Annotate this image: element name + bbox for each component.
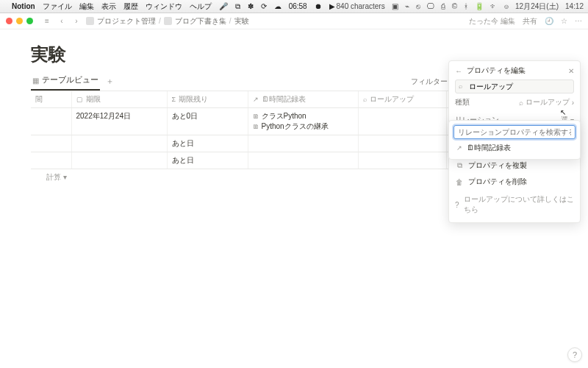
breadcrumb-2[interactable]: ブログ下書き集 xyxy=(175,16,226,26)
menu-edit[interactable]: 編集 xyxy=(79,1,94,12)
relation-chip-label: クラスPython xyxy=(262,111,306,121)
menu-view[interactable]: 表示 xyxy=(101,1,116,12)
cell-remaining[interactable]: あと日 xyxy=(167,152,248,169)
chevron-right-icon: › xyxy=(572,99,574,107)
rollup-icon: ⌕ xyxy=(459,82,462,90)
close-icon[interactable]: ✕ xyxy=(568,67,574,75)
menu-history[interactable]: 履歴 xyxy=(123,1,138,12)
breadcrumb-sep: / xyxy=(159,17,161,25)
relation-icon: ↗ xyxy=(456,144,462,152)
type-value: ロールアップ xyxy=(526,97,570,107)
tray-icon-2[interactable]: ⌁ xyxy=(405,2,409,10)
col-header-date[interactable]: ▢期限 xyxy=(71,91,167,108)
learn-more-link[interactable]: ?ロールアップについて詳しくはこちら xyxy=(455,190,574,216)
window-toolbar: ≡ ‹ › プロジェクト管理 / ブログ下書き集 / 実験 たった今 編集 共有… xyxy=(0,13,588,29)
tray-icon-4[interactable]: 🖵 xyxy=(427,2,434,10)
favorite-icon[interactable]: ☆ xyxy=(561,17,567,25)
tray-icon-5[interactable]: ⎙ xyxy=(441,2,445,10)
add-view-icon[interactable]: ＋ xyxy=(106,77,114,87)
delete-property-button[interactable]: 🗑プロパティを削除 xyxy=(455,174,574,190)
menu-window[interactable]: ウィンドウ xyxy=(146,1,182,12)
action-label: プロパティを複製 xyxy=(468,160,527,171)
breadcrumb: プロジェクト管理 / ブログ下書き集 / 実験 xyxy=(86,16,249,26)
dropbox-icon[interactable]: ⧉ xyxy=(235,2,240,11)
menu-help[interactable]: ヘルプ xyxy=(190,1,212,12)
tray-icon-3[interactable]: ⎋ xyxy=(416,2,420,10)
bluetooth-icon[interactable]: ᚼ xyxy=(464,2,468,10)
updates-icon[interactable]: 🕘 xyxy=(545,17,553,25)
tray-icon-1[interactable]: ▣ xyxy=(392,2,398,10)
relation-search-input[interactable] xyxy=(453,125,576,139)
page-icon: 🗎 xyxy=(253,113,259,120)
page-icon xyxy=(86,17,94,25)
property-name-input[interactable] xyxy=(455,79,574,93)
col-header-relation[interactable]: ↗🗓時間記録表 xyxy=(248,91,358,108)
cell-remaining[interactable]: あと0日 xyxy=(167,108,248,135)
nav-forward-icon[interactable]: › xyxy=(71,17,82,25)
cell-relation[interactable]: 🗎クラスPython 🗎Pythonクラスの継承 xyxy=(248,108,358,135)
wifi-icon[interactable]: ᯤ xyxy=(490,2,498,10)
cloud-icon[interactable]: ☁︎ xyxy=(274,2,282,10)
col-header[interactable]: 間 xyxy=(31,91,71,108)
sidebar-toggle-icon[interactable]: ≡ xyxy=(42,17,52,25)
breadcrumb-1[interactable]: プロジェクト管理 xyxy=(97,16,156,26)
help-button[interactable]: ? xyxy=(567,347,582,362)
control-center-icon[interactable]: ⌾ xyxy=(504,2,509,10)
breadcrumb-sep: / xyxy=(229,17,232,25)
calendar-icon: ▢ xyxy=(76,96,83,103)
sync-icon[interactable]: ⟳ xyxy=(261,2,267,10)
menu-file[interactable]: ファイル xyxy=(43,1,72,12)
play-icon[interactable]: ▶ xyxy=(329,2,335,10)
relation-icon: ↗ xyxy=(253,96,259,103)
edited-label: たった今 編集 xyxy=(469,16,515,26)
calc-row[interactable]: 計算 ▾ xyxy=(31,169,71,185)
battery-icon[interactable]: 🔋 xyxy=(475,2,484,10)
slack-icon[interactable]: ✽ xyxy=(248,2,254,10)
menubar-app[interactable]: Notion xyxy=(12,2,35,10)
help-icon: ? xyxy=(455,201,459,209)
status-text: 840 characters xyxy=(337,2,385,10)
col-header-formula[interactable]: Σ期限残り xyxy=(167,91,248,108)
page-icon xyxy=(164,17,172,25)
page-more-icon[interactable]: ⋯ xyxy=(575,17,582,25)
menubar-date: 12月24日(土) xyxy=(515,1,559,12)
rollup-icon: ⌕ xyxy=(363,96,367,103)
zoom-window-icon[interactable] xyxy=(26,18,33,24)
back-icon[interactable]: ← xyxy=(455,67,462,75)
duplicate-icon: ⧉ xyxy=(455,161,464,170)
traffic-lights[interactable] xyxy=(6,18,33,24)
relation-search-dropdown: ↗ 🗓時間記録表 xyxy=(448,120,581,160)
clock-left: 06:58 xyxy=(289,2,307,10)
menubar-time: 14:12 xyxy=(565,2,584,10)
trash-icon: 🗑 xyxy=(455,178,464,186)
formula-icon: Σ xyxy=(172,96,176,103)
rec-icon[interactable]: ⏺ xyxy=(315,2,322,10)
link-label: ロールアップについて詳しくはこちら xyxy=(464,194,574,215)
table-icon: ▦ xyxy=(32,77,39,85)
filter-button[interactable]: フィルター xyxy=(411,77,448,87)
duplicate-property-button[interactable]: ⧉プロパティを複製 xyxy=(455,158,574,174)
share-button[interactable]: 共有 xyxy=(523,16,537,26)
mic-icon[interactable]: 🎤 xyxy=(219,2,228,10)
macos-menubar: Notion ファイル 編集 表示 履歴 ウィンドウ ヘルプ 🎤 ⧉ ✽ ⟳ ☁… xyxy=(0,0,588,13)
tray-icon-6[interactable]: © xyxy=(452,2,457,10)
type-label: 種類 xyxy=(455,97,470,107)
cell-date[interactable]: 2022年12月24日 xyxy=(71,108,167,135)
cell-remaining[interactable]: あと日 xyxy=(167,135,248,152)
type-row[interactable]: 種類 ⌕ロールアップ› xyxy=(455,93,574,111)
relation-option[interactable]: ↗ 🗓時間記録表 xyxy=(453,139,576,155)
chevron-down-icon: ▾ xyxy=(63,173,67,181)
action-label: プロパティを削除 xyxy=(468,177,527,187)
nav-back-icon[interactable]: ‹ xyxy=(57,17,67,25)
page-icon: 🗎 xyxy=(253,123,259,130)
relation-chip-label: Pythonクラスの継承 xyxy=(262,121,329,132)
rollup-icon: ⌕ xyxy=(519,99,523,107)
breadcrumb-3[interactable]: 実験 xyxy=(234,16,249,26)
option-label: 🗓時間記録表 xyxy=(467,143,511,153)
tab-label: テーブルビュー xyxy=(42,75,98,85)
close-window-icon[interactable] xyxy=(6,18,12,24)
panel-title: プロパティを編集 xyxy=(467,66,526,76)
minimize-window-icon[interactable] xyxy=(16,18,23,24)
tab-table-view[interactable]: ▦ テーブルビュー xyxy=(31,72,100,91)
col-header-rollup[interactable]: ⌕ロールアップ xyxy=(358,91,446,108)
